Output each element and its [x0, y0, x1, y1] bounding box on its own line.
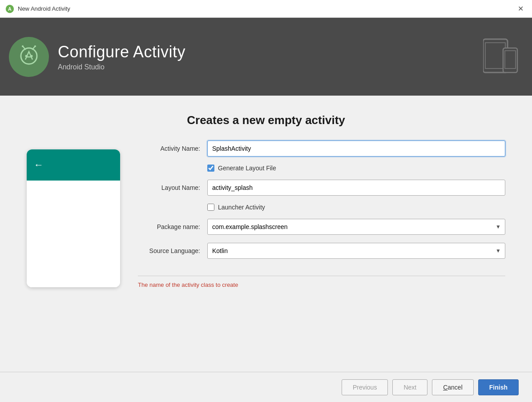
device-icons: [483, 35, 519, 79]
layout-name-row: Layout Name:: [138, 180, 505, 196]
generate-layout-row: Generate Layout File: [207, 165, 505, 172]
header-title: Configure Activity: [58, 43, 185, 61]
activity-name-input[interactable]: [207, 141, 505, 157]
android-logo-svg: [16, 44, 42, 70]
phone-content: [27, 181, 120, 287]
android-studio-title-icon: A: [5, 4, 14, 13]
activity-name-label: Activity Name:: [138, 145, 200, 152]
launcher-activity-label[interactable]: Launcher Activity: [218, 204, 265, 211]
phone-back-arrow-icon: ←: [34, 159, 44, 171]
phone-toolbar: ←: [27, 149, 120, 181]
tablet-phone-icon: [483, 35, 519, 79]
main-content: Creates a new empty activity ← Activity …: [0, 96, 532, 372]
svg-point-6: [34, 45, 36, 47]
activity-name-row: Activity Name:: [138, 141, 505, 157]
svg-text:A: A: [8, 6, 12, 12]
cancel-button[interactable]: Cancel: [432, 379, 474, 395]
header-left: Configure Activity Android Studio: [9, 37, 185, 77]
phone-mockup: ←: [27, 149, 120, 363]
close-button[interactable]: ✕: [514, 3, 527, 15]
form-fields: Activity Name: Generate Layout File Layo…: [138, 141, 505, 363]
footer: Previous Next Cancel Finish: [0, 372, 532, 402]
generate-layout-label[interactable]: Generate Layout File: [218, 165, 276, 172]
source-language-select[interactable]: Kotlin Java: [207, 243, 505, 259]
package-name-wrapper: com.example.splashscreen ▼: [207, 219, 505, 235]
header-titles: Configure Activity Android Studio: [58, 43, 185, 71]
header-subtitle: Android Studio: [58, 63, 185, 71]
android-studio-logo: [9, 37, 49, 77]
title-bar-left: A New Android Activity: [5, 4, 70, 13]
source-language-label: Source Language:: [138, 247, 200, 254]
finish-button[interactable]: Finish: [478, 379, 519, 395]
source-language-wrapper: Kotlin Java ▼: [207, 243, 505, 259]
svg-rect-11: [485, 43, 505, 68]
helper-text: The name of the activity class to create: [138, 281, 505, 288]
form-divider: [138, 276, 505, 276]
package-name-select[interactable]: com.example.splashscreen: [207, 219, 505, 235]
page-title: Creates a new empty activity: [27, 113, 505, 127]
next-button[interactable]: Next: [392, 379, 427, 395]
previous-button[interactable]: Previous: [342, 379, 388, 395]
launcher-activity-row: Launcher Activity: [207, 204, 505, 211]
title-bar-text: New Android Activity: [18, 5, 70, 12]
form-area: ← Activity Name: Generate Layout File La…: [27, 141, 505, 363]
package-name-label: Package name:: [138, 223, 200, 230]
title-bar: A New Android Activity ✕: [0, 0, 532, 18]
generate-layout-checkbox[interactable]: [207, 165, 214, 172]
package-name-row: Package name: com.example.splashscreen ▼: [138, 219, 505, 235]
launcher-activity-checkbox[interactable]: [207, 204, 214, 211]
source-language-row: Source Language: Kotlin Java ▼: [138, 243, 505, 259]
svg-point-4: [22, 45, 24, 47]
layout-name-input[interactable]: [207, 180, 505, 196]
header-banner: Configure Activity Android Studio: [0, 18, 532, 96]
phone-body: ←: [27, 149, 120, 287]
layout-name-label: Layout Name:: [138, 184, 200, 191]
